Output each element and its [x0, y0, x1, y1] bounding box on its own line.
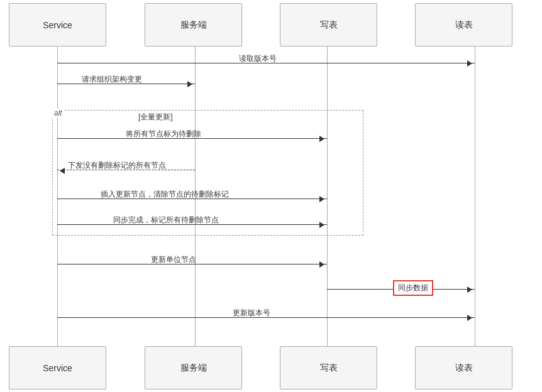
- lifeline-read: [475, 46, 475, 346]
- alt-condition: [全量更新]: [138, 112, 173, 122]
- lifeline-label-service-bottom: Service: [43, 363, 72, 373]
- lifeline-label-service-top: Service: [43, 20, 72, 30]
- label-msg5: 插入更新节点，清除节点的待删除标记: [101, 189, 229, 200]
- lifeline-label-server-top: 服务端: [180, 19, 207, 31]
- lifeline-label-read-top: 读表: [455, 19, 473, 31]
- sequence-diagram: Service 服务端 写表 读表 alt [全量更新] 读取版本号 请求组织架…: [0, 0, 542, 392]
- label-msg7: 更新单位节点: [151, 254, 196, 265]
- label-msg4: 下发没有删除标记的所有节点: [68, 160, 166, 171]
- lifeline-box-server-bottom: 服务端: [145, 346, 242, 389]
- lifeline-box-read-top: 读表: [415, 3, 512, 46]
- label-msg6: 同步完成，标记所有待删除节点: [113, 215, 219, 226]
- sync-badge: 同步数据: [393, 280, 433, 296]
- label-msg2: 请求组织架构变更: [82, 74, 142, 85]
- lifeline-box-server-top: 服务端: [145, 3, 242, 46]
- lifeline-box-read-bottom: 读表: [415, 346, 512, 389]
- lifeline-label-write-bottom: 写表: [320, 362, 338, 374]
- lifeline-box-service-top: Service: [9, 3, 106, 46]
- lifeline-label-read-bottom: 读表: [455, 362, 473, 374]
- label-msg1: 读取版本号: [239, 53, 277, 64]
- lifeline-label-write-top: 写表: [320, 19, 338, 31]
- alt-label: alt: [52, 109, 64, 117]
- lifeline-label-server-bottom: 服务端: [180, 362, 207, 374]
- lifeline-box-write-top: 写表: [280, 3, 377, 46]
- lifeline-box-write-bottom: 写表: [280, 346, 377, 389]
- lifeline-box-service-bottom: Service: [9, 346, 106, 389]
- label-msg3: 将所有节点标为待删除: [126, 129, 201, 139]
- label-msg9: 更新版本号: [233, 308, 270, 318]
